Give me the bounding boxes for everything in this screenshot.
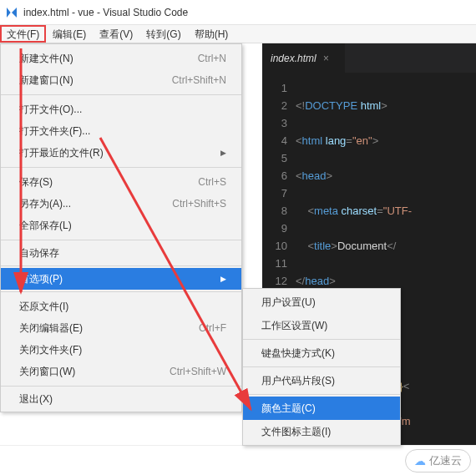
menu-label: 全部保存(L) (19, 218, 72, 233)
separator (1, 94, 241, 95)
menu-save-all[interactable]: 全部保存(L) (1, 215, 241, 236)
line-number: 11 (262, 255, 287, 272)
separator (243, 394, 400, 395)
menu-close-window[interactable]: 关闭窗口(W) Ctrl+Shift+W (1, 361, 241, 382)
menu-recent[interactable]: 打开最近的文件(R) ▶ (1, 142, 241, 164)
menu-label: 打开文件(O)... (19, 102, 82, 117)
window-title: index.html - vue - Visual Studio Code (23, 7, 188, 18)
menu-auto-save[interactable]: 自动保存 (1, 242, 241, 264)
tab-bar: index.html × (262, 43, 476, 73)
line-number: 12 (262, 272, 287, 290)
separator (1, 386, 241, 387)
menu-label: 另存为(A)... (19, 196, 71, 211)
menu-label: 首选项(P) (19, 271, 63, 286)
shortcut: Ctrl+Shift+N (172, 73, 226, 88)
line-number: 2 (262, 97, 287, 114)
submenu-snippets[interactable]: 用户代码片段(S) (243, 369, 400, 392)
menu-label: 新建文件(N) (19, 51, 73, 66)
separator (243, 339, 400, 340)
menu-preferences[interactable]: 首选项(P) ▶ (1, 268, 241, 290)
menu-open-file[interactable]: 打开文件(O)... (1, 99, 241, 120)
menu-label: 还原文件(I) (19, 299, 68, 314)
menu-open-folder[interactable]: 打开文件夹(F)... (1, 120, 241, 142)
menu-label: 文件图标主题(I) (261, 424, 331, 439)
menu-label: 打开最近的文件(R) (19, 145, 104, 160)
cloud-icon: ☁ (414, 454, 426, 467)
menu-file[interactable]: 文件(F) (0, 25, 46, 43)
shortcut: Ctrl+Shift+S (172, 196, 226, 211)
menu-label: 自动保存 (19, 245, 59, 260)
menu-bar: 文件(F) 编辑(E) 查看(V) 转到(G) 帮助(H) (0, 25, 476, 43)
separator (1, 240, 241, 240)
submenu-color-theme[interactable]: 颜色主题(C) (243, 397, 400, 420)
menu-label: 用户设置(U) (261, 295, 316, 310)
separator (1, 167, 241, 168)
menu-label: 工作区设置(W) (261, 318, 327, 333)
menu-close-folder[interactable]: 关闭文件夹(F) (1, 339, 241, 361)
menu-revert[interactable]: 还原文件(I) (1, 296, 241, 317)
tab-label: index.html (271, 53, 316, 64)
separator (1, 265, 241, 266)
submenu-icon-theme[interactable]: 文件图标主题(I) (243, 420, 400, 443)
menu-new-window[interactable]: 新建窗口(N) Ctrl+Shift+N (1, 69, 241, 91)
submenu-workspace-settings[interactable]: 工作区设置(W) (243, 314, 400, 337)
file-menu: 新建文件(N) Ctrl+N 新建窗口(N) Ctrl+Shift+N 打开文件… (0, 43, 242, 412)
editor-tab[interactable]: index.html × (262, 43, 345, 73)
line-number: 4 (262, 132, 287, 149)
separator (1, 291, 241, 292)
submenu-keyboard[interactable]: 键盘快捷方式(K) (243, 341, 400, 365)
bottom-bar: ☁ 亿速云 (0, 445, 476, 475)
preferences-submenu: 用户设置(U) 工作区设置(W) 键盘快捷方式(K) 用户代码片段(S) 颜色主… (242, 288, 401, 446)
menu-close-editor[interactable]: 关闭编辑器(E) Ctrl+F (1, 317, 241, 339)
line-number: 8 (262, 202, 287, 220)
line-number: 5 (262, 149, 287, 167)
menu-label: 退出(X) (19, 392, 53, 407)
close-icon[interactable]: × (323, 53, 337, 64)
menu-label: 颜色主题(C) (261, 401, 316, 416)
menu-goto[interactable]: 转到(G) (139, 25, 187, 43)
line-number: 10 (262, 237, 287, 255)
menu-label: 新建窗口(N) (19, 73, 73, 88)
line-number: 1 (262, 79, 287, 97)
chevron-right-icon: ▶ (220, 271, 226, 286)
shortcut: Ctrl+S (198, 174, 226, 189)
watermark-text: 亿速云 (429, 453, 462, 468)
menu-view[interactable]: 查看(V) (93, 25, 139, 43)
watermark-badge: ☁ 亿速云 (405, 449, 471, 472)
line-number: 6 (262, 167, 287, 184)
shortcut: Ctrl+Shift+W (170, 364, 226, 379)
menu-label: 关闭编辑器(E) (19, 321, 83, 336)
title-bar: index.html - vue - Visual Studio Code (0, 0, 476, 25)
app-icon (5, 6, 18, 19)
menu-label: 关闭窗口(W) (19, 364, 75, 379)
menu-new-file[interactable]: 新建文件(N) Ctrl+N (1, 48, 241, 69)
line-number: 3 (262, 114, 287, 132)
menu-save-as[interactable]: 另存为(A)... Ctrl+Shift+S (1, 193, 241, 215)
menu-label: 打开文件夹(F)... (19, 124, 90, 139)
menu-label: 关闭文件夹(F) (19, 342, 82, 357)
line-number: 9 (262, 220, 287, 237)
separator (243, 366, 400, 367)
menu-exit[interactable]: 退出(X) (1, 388, 241, 410)
line-number: 7 (262, 184, 287, 202)
menu-label: 键盘快捷方式(K) (261, 346, 335, 361)
chevron-right-icon: ▶ (220, 145, 226, 160)
shortcut: Ctrl+F (199, 321, 226, 336)
menu-edit[interactable]: 编辑(E) (46, 25, 93, 43)
menu-label: 用户代码片段(S) (261, 373, 335, 388)
submenu-user-settings[interactable]: 用户设置(U) (243, 291, 400, 314)
menu-label: 保存(S) (19, 174, 53, 189)
shortcut: Ctrl+N (198, 51, 226, 66)
menu-save[interactable]: 保存(S) Ctrl+S (1, 171, 241, 193)
menu-help[interactable]: 帮助(H) (188, 25, 235, 43)
